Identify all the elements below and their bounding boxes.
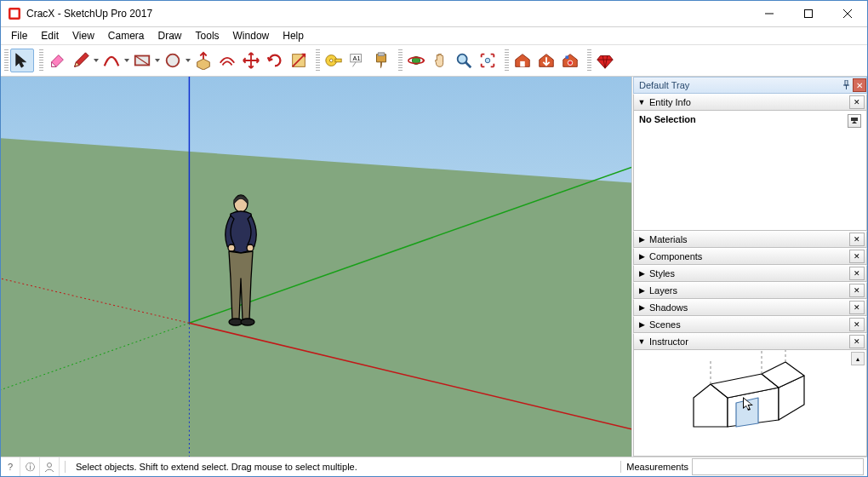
instructor-body: ▴ <box>633 350 867 457</box>
measurements-label: Measurements <box>626 462 692 472</box>
panel-close-icon[interactable]: ✕ <box>849 301 865 314</box>
help-icon[interactable]: ? <box>1 457 20 476</box>
panel-header-entity-info[interactable]: ▼Entity Info✕ <box>633 94 867 111</box>
scale-tool-icon[interactable] <box>287 49 311 72</box>
disclosure-down-icon: ▼ <box>637 337 646 346</box>
user-icon[interactable] <box>40 457 60 476</box>
panel-close-icon[interactable]: ✕ <box>849 95 865 109</box>
svg-rect-4 <box>805 10 813 18</box>
paint-tool-icon[interactable] <box>369 49 393 72</box>
select-tool-icon[interactable] <box>10 49 34 72</box>
tray-close-icon[interactable]: ✕ <box>853 78 866 92</box>
menu-draw[interactable]: Draw <box>151 28 189 43</box>
instructor-illustration <box>634 350 855 452</box>
pin-icon[interactable] <box>839 79 853 91</box>
app-window: CracX - SketchUp Pro 2017 FileEditViewCa… <box>0 0 868 477</box>
panel-close-icon[interactable]: ✕ <box>849 250 865 263</box>
rectangle-tool-icon[interactable] <box>130 49 154 72</box>
panel-title: Entity Info <box>649 97 691 107</box>
panel-header-layers[interactable]: ▶Layers✕ <box>633 282 867 299</box>
entity-info-body: No Selection <box>633 111 867 231</box>
close-button[interactable] <box>828 1 867 26</box>
panel-close-icon[interactable]: ✕ <box>849 318 865 331</box>
pencil-tool-icon[interactable] <box>69 49 93 72</box>
disclosure-down-icon: ▼ <box>637 98 646 106</box>
panel-header-instructor[interactable]: ▼Instructor✕ <box>633 333 867 350</box>
svg-rect-20 <box>845 80 848 85</box>
tape-tool-icon[interactable] <box>322 49 345 72</box>
arc-tool-icon-dropdown[interactable] <box>123 59 130 62</box>
disclosure-right-icon: ▶ <box>637 303 646 312</box>
arc-tool-icon[interactable] <box>100 49 123 72</box>
panel-close-icon[interactable]: ✕ <box>849 284 865 297</box>
pan-tool-icon[interactable] <box>428 49 452 72</box>
scale-figure <box>215 193 266 328</box>
toolbar-grip[interactable] <box>587 49 591 72</box>
svg-point-19 <box>241 319 254 325</box>
panel-header-scenes[interactable]: ▶Scenes✕ <box>633 316 867 333</box>
warehouse-get-icon[interactable] <box>534 49 558 72</box>
eraser-tool-icon[interactable] <box>45 49 69 72</box>
zoom-tool-icon[interactable] <box>452 49 476 72</box>
text-tool-icon[interactable] <box>345 49 369 72</box>
offset-tool-icon[interactable] <box>215 49 239 72</box>
toolbar-grip[interactable] <box>4 49 9 72</box>
svg-rect-1 <box>10 9 19 18</box>
menu-bar: FileEditViewCameraDrawToolsWindowHelp <box>1 27 867 45</box>
title-bar: CracX - SketchUp Pro 2017 <box>1 1 867 27</box>
info-icon[interactable]: ⓘ <box>20 457 40 476</box>
menu-help[interactable]: Help <box>276 28 311 43</box>
menu-file[interactable]: File <box>4 28 34 43</box>
disclosure-right-icon: ▶ <box>637 269 646 278</box>
disclosure-right-icon: ▶ <box>637 235 646 244</box>
status-bar: ? ⓘ Select objects. Shift to extend sele… <box>1 457 867 476</box>
tray-title-bar[interactable]: Default Tray ✕ <box>633 77 867 94</box>
extension-warehouse-icon[interactable] <box>558 49 582 72</box>
panel-title: Materials <box>649 234 688 244</box>
toolbar-grip[interactable] <box>505 49 509 72</box>
panel-title: Layers <box>649 285 677 296</box>
maximize-button[interactable] <box>789 1 828 26</box>
toolbar-grip[interactable] <box>39 49 43 72</box>
panel-close-icon[interactable]: ✕ <box>849 267 865 280</box>
toolbar-grip[interactable] <box>316 49 320 72</box>
panel-close-icon[interactable]: ✕ <box>849 335 865 348</box>
3d-viewport[interactable] <box>1 77 632 457</box>
no-selection-label: No Selection <box>639 114 696 124</box>
menu-window[interactable]: Window <box>226 28 277 43</box>
app-icon <box>8 7 21 20</box>
zoom-extents-tool-icon[interactable] <box>476 49 500 72</box>
measurements-input[interactable] <box>692 458 864 475</box>
svg-point-17 <box>247 244 254 251</box>
rectangle-tool-icon-dropdown[interactable] <box>154 59 161 62</box>
panel-header-styles[interactable]: ▶Styles✕ <box>633 265 867 282</box>
menu-edit[interactable]: Edit <box>34 28 66 43</box>
panel-header-materials[interactable]: ▶Materials✕ <box>633 231 867 248</box>
move-tool-icon[interactable] <box>239 49 263 72</box>
pencil-tool-icon-dropdown[interactable] <box>93 59 100 62</box>
orbit-tool-icon[interactable] <box>404 49 428 72</box>
pushpull-tool-icon[interactable] <box>191 49 215 72</box>
minimize-button[interactable] <box>750 1 789 26</box>
panel-title: Components <box>649 251 702 261</box>
panel-close-icon[interactable]: ✕ <box>849 233 865 246</box>
menu-camera[interactable]: Camera <box>101 28 151 43</box>
rotate-tool-icon[interactable] <box>263 49 287 72</box>
toolbar-grip[interactable] <box>398 49 403 72</box>
circle-tool-icon-dropdown[interactable] <box>185 59 191 62</box>
panel-header-shadows[interactable]: ▶Shadows✕ <box>633 299 867 316</box>
disclosure-right-icon: ▶ <box>637 320 646 329</box>
tray-title-text: Default Tray <box>639 80 689 90</box>
panel-title: Shadows <box>649 302 688 313</box>
warehouse-icon[interactable] <box>511 49 534 72</box>
menu-view[interactable]: View <box>66 28 101 43</box>
panel-title: Scenes <box>649 319 681 330</box>
details-toggle-icon[interactable] <box>848 114 861 128</box>
ruby-icon[interactable] <box>593 49 617 72</box>
default-tray: Default Tray ✕ ▼Entity Info✕No Selection… <box>632 77 867 457</box>
circle-tool-icon[interactable] <box>161 49 185 72</box>
svg-point-16 <box>228 244 235 251</box>
panel-header-components[interactable]: ▶Components✕ <box>633 248 867 265</box>
scroll-up-icon[interactable]: ▴ <box>851 352 865 365</box>
menu-tools[interactable]: Tools <box>189 28 226 43</box>
